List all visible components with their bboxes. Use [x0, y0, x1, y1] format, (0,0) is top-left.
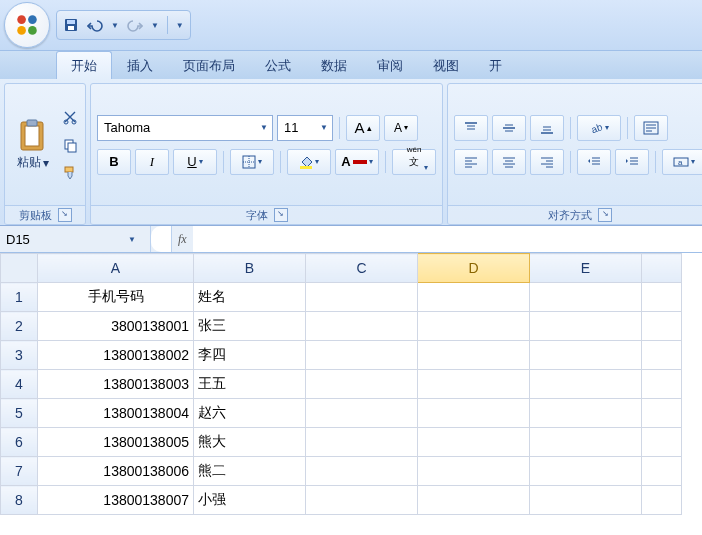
formula-input[interactable]	[193, 226, 702, 252]
italic-button[interactable]: I	[135, 149, 169, 175]
cell[interactable]: 熊大	[194, 428, 306, 457]
font-name-dropdown-icon[interactable]: ▼	[260, 123, 268, 132]
redo-dropdown-icon[interactable]: ▼	[151, 21, 159, 30]
border-button[interactable]: ▾	[230, 149, 274, 175]
cell[interactable]: 13800138005	[38, 428, 194, 457]
align-center-button[interactable]	[492, 149, 526, 175]
undo-dropdown-icon[interactable]: ▼	[111, 21, 119, 30]
phonetic-dropdown-icon[interactable]: ▾	[424, 163, 428, 173]
tab-developer[interactable]: 开	[474, 51, 517, 79]
font-dialog-launcher-icon[interactable]: ↘	[274, 208, 288, 222]
office-button[interactable]	[4, 2, 50, 48]
cell[interactable]: 张三	[194, 312, 306, 341]
underline-dropdown-icon[interactable]: ▾	[199, 157, 203, 166]
row-header[interactable]: 2	[1, 312, 38, 341]
col-header-D[interactable]: D	[418, 254, 530, 283]
align-dialog-launcher-icon[interactable]: ↘	[598, 208, 612, 222]
increase-indent-button[interactable]	[615, 149, 649, 175]
col-header-C[interactable]: C	[306, 254, 418, 283]
spreadsheet[interactable]: A B C D E 1手机号码姓名23800138001张三3138001380…	[0, 253, 702, 535]
cell[interactable]: 小强	[194, 486, 306, 515]
select-all-corner[interactable]	[1, 254, 38, 283]
font-color-button[interactable]: A ▾	[335, 149, 379, 175]
paste-button[interactable]: 粘贴▾	[11, 118, 55, 171]
font-size-dropdown-icon[interactable]: ▼	[320, 123, 328, 132]
cell[interactable]: 3800138001	[38, 312, 194, 341]
cell[interactable]	[418, 370, 530, 399]
copy-icon[interactable]	[61, 136, 79, 154]
cell[interactable]	[642, 312, 682, 341]
align-top-button[interactable]	[454, 115, 488, 141]
tab-home[interactable]: 开始	[56, 51, 112, 79]
merge-center-button[interactable]: a▾	[662, 149, 702, 175]
orientation-button[interactable]: ab▾	[577, 115, 621, 141]
save-icon[interactable]	[63, 17, 79, 33]
row-header[interactable]: 5	[1, 399, 38, 428]
cell[interactable]: 手机号码	[38, 283, 194, 312]
bold-button[interactable]: B	[97, 149, 131, 175]
cell[interactable]	[642, 428, 682, 457]
decrease-font-button[interactable]: A▾	[384, 115, 418, 141]
font-size-combo[interactable]: 11 ▼	[277, 115, 333, 141]
cut-icon[interactable]	[61, 108, 79, 126]
font-color-dropdown-icon[interactable]: ▾	[369, 157, 373, 166]
cell[interactable]	[418, 486, 530, 515]
orientation-dropdown-icon[interactable]: ▾	[605, 123, 609, 132]
cell[interactable]: 13800138004	[38, 399, 194, 428]
cell[interactable]	[418, 457, 530, 486]
cell[interactable]	[418, 341, 530, 370]
cell[interactable]	[306, 457, 418, 486]
cell[interactable]	[418, 428, 530, 457]
col-header-A[interactable]: A	[38, 254, 194, 283]
cell[interactable]	[530, 370, 642, 399]
col-header-B[interactable]: B	[194, 254, 306, 283]
cell[interactable]: 姓名	[194, 283, 306, 312]
clipboard-dialog-launcher-icon[interactable]: ↘	[58, 208, 72, 222]
cell[interactable]	[418, 283, 530, 312]
tab-view[interactable]: 视图	[418, 51, 474, 79]
merge-dropdown-icon[interactable]: ▾	[691, 157, 695, 166]
cell[interactable]	[418, 399, 530, 428]
cell[interactable]	[530, 428, 642, 457]
cell[interactable]	[530, 283, 642, 312]
paste-dropdown-icon[interactable]: ▾	[43, 156, 49, 170]
cell[interactable]	[530, 486, 642, 515]
cell[interactable]	[642, 486, 682, 515]
cell[interactable]	[306, 283, 418, 312]
row-header[interactable]: 1	[1, 283, 38, 312]
cell[interactable]	[306, 341, 418, 370]
row-header[interactable]: 3	[1, 341, 38, 370]
format-painter-icon[interactable]	[61, 164, 79, 182]
cell[interactable]: 李四	[194, 341, 306, 370]
row-header[interactable]: 4	[1, 370, 38, 399]
cell[interactable]: 13800138006	[38, 457, 194, 486]
cell[interactable]	[642, 399, 682, 428]
phonetic-guide-button[interactable]: wén文 ▾	[392, 149, 436, 175]
tab-data[interactable]: 数据	[306, 51, 362, 79]
fx-label[interactable]: fx	[172, 232, 193, 247]
cell-reference-input[interactable]	[0, 232, 122, 247]
name-box[interactable]: ▼	[0, 226, 151, 252]
underline-button[interactable]: U▾	[173, 149, 217, 175]
fill-color-dropdown-icon[interactable]: ▾	[315, 157, 319, 166]
cell[interactable]	[642, 341, 682, 370]
row-header[interactable]: 8	[1, 486, 38, 515]
cell[interactable]: 13800138007	[38, 486, 194, 515]
cell[interactable]: 赵六	[194, 399, 306, 428]
wrap-text-button[interactable]	[634, 115, 668, 141]
cell[interactable]	[306, 428, 418, 457]
align-middle-button[interactable]	[492, 115, 526, 141]
align-bottom-button[interactable]	[530, 115, 564, 141]
cell[interactable]: 13800138003	[38, 370, 194, 399]
font-name-combo[interactable]: Tahoma ▼	[97, 115, 273, 141]
increase-font-button[interactable]: A▴	[346, 115, 380, 141]
border-dropdown-icon[interactable]: ▾	[258, 157, 262, 166]
col-header-extra[interactable]	[642, 254, 682, 283]
cell[interactable]	[530, 457, 642, 486]
cell[interactable]	[642, 283, 682, 312]
tab-insert[interactable]: 插入	[112, 51, 168, 79]
cell[interactable]	[642, 370, 682, 399]
cell[interactable]: 王五	[194, 370, 306, 399]
row-header[interactable]: 6	[1, 428, 38, 457]
cell[interactable]	[530, 399, 642, 428]
